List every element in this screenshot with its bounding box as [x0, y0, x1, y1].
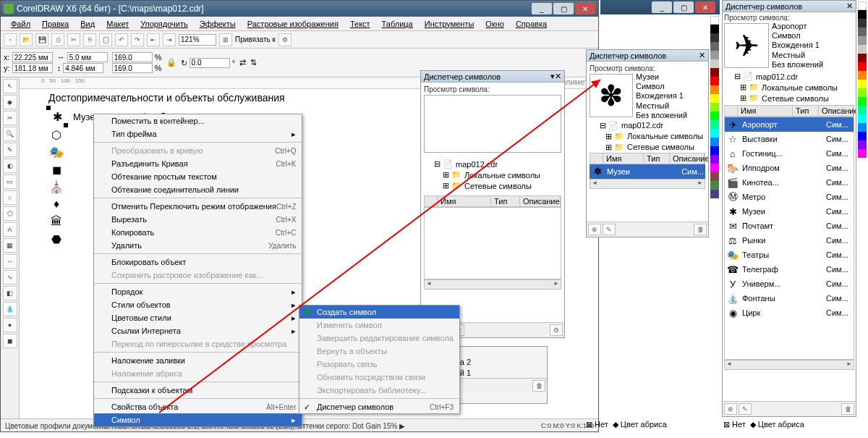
delete-icon[interactable]: 🗑: [841, 403, 854, 415]
mi-lock[interactable]: Блокировать объект: [94, 256, 302, 269]
freehand-tool-icon[interactable]: ✎: [3, 143, 17, 157]
mi-overprint-fill[interactable]: Наложение заливки: [94, 354, 302, 367]
mi-undo[interactable]: Отменить Переключить режим отображенияCt…: [94, 200, 302, 213]
menu-tools[interactable]: Инструменты: [420, 18, 479, 30]
mi-order[interactable]: Порядок▸: [94, 285, 302, 298]
snap-icon[interactable]: ⊞: [219, 33, 232, 46]
color-palette-2[interactable]: [710, 16, 719, 421]
menu-arrange[interactable]: Упорядочить: [136, 18, 192, 30]
fill-tool-icon[interactable]: ◼: [3, 334, 17, 348]
undo-icon[interactable]: ↶: [115, 33, 128, 46]
symbol-row[interactable]: 🎬Кинотеа...Сим...: [725, 175, 854, 190]
symbol-row-selected[interactable]: ✽ Музеи Сим...: [590, 164, 705, 179]
close-button[interactable]: ✕: [575, 3, 595, 14]
menu-text[interactable]: Текст: [346, 18, 375, 30]
height-input[interactable]: [63, 63, 103, 73]
export-icon[interactable]: ⇥: [163, 33, 176, 46]
mi-internet-links[interactable]: Ссылки Интернета▸: [94, 324, 302, 337]
mirror-v-icon[interactable]: ⇅: [250, 58, 257, 67]
scrollbar[interactable]: [724, 360, 854, 370]
copy-icon[interactable]: ⎘: [83, 33, 96, 46]
redo-icon[interactable]: ↷: [131, 33, 144, 46]
dimension-tool-icon[interactable]: ↔: [3, 254, 17, 269]
zoom-input[interactable]: [179, 34, 216, 46]
mi-wrap-connector[interactable]: Обтекание соединительной линии: [94, 183, 302, 196]
options-icon[interactable]: ⚙: [550, 324, 563, 336]
symbol-icon[interactable]: ✱: [49, 109, 65, 125]
mi-object-styles[interactable]: Стили объектов▸: [94, 298, 302, 311]
symbol-row[interactable]: ◉ЦиркСим...: [725, 306, 854, 320]
menu-edit[interactable]: Правка: [38, 18, 73, 30]
width-input[interactable]: [67, 52, 108, 62]
menu-layout[interactable]: Макет: [102, 18, 133, 30]
import-icon[interactable]: ⇤: [147, 33, 160, 46]
rect-tool-icon[interactable]: ▭: [3, 174, 17, 189]
options-icon[interactable]: ⚙: [278, 33, 292, 46]
lock-ratio-icon[interactable]: 🔒: [166, 58, 176, 67]
symbol-tree[interactable]: ⊟ 📄 map012.cdr ⊞ 📁 Локальные символы ⊞ 📁…: [424, 159, 561, 191]
mi-symbol-manager[interactable]: ✓Диспетчер символовCtrl+F3: [299, 400, 459, 413]
mi-object-hints[interactable]: Подсказки к объектам: [94, 384, 302, 397]
minimize-button[interactable]: _: [532, 3, 552, 14]
symbol-row[interactable]: ⚖РынкиСим...: [725, 233, 854, 248]
save-icon[interactable]: 💾: [35, 33, 48, 46]
menu-effects[interactable]: Эффекты: [195, 18, 240, 30]
mi-color-styles[interactable]: Цветовые стили▸: [94, 311, 302, 324]
connector-tool-icon[interactable]: ∿: [3, 270, 17, 285]
snap-label[interactable]: Привязать к: [235, 35, 276, 43]
mi-frame-type[interactable]: Тип фрейма▸: [94, 127, 302, 140]
smart-fill-icon[interactable]: ◐: [3, 159, 17, 173]
crop-tool-icon[interactable]: ✂: [3, 111, 17, 125]
symbol-list[interactable]: ✈АэропортСим...☆ВыставкиСим...⌂Гостиниц.…: [724, 117, 854, 360]
docker-close-icon[interactable]: ✕: [846, 1, 853, 11]
mi-wrap-text[interactable]: Обтекание простым текстом: [94, 170, 302, 183]
scrollbar[interactable]: [424, 279, 561, 290]
symbol-row[interactable]: ✈АэропортСим...: [725, 117, 854, 132]
symbol-row[interactable]: ☆ВыставкиСим...: [725, 132, 854, 146]
mi-break-apart[interactable]: Разъединить КриваяCtrl+K: [94, 157, 302, 170]
maximize-button[interactable]: ▢: [553, 3, 574, 14]
pick-tool-icon[interactable]: ↖: [3, 79, 17, 93]
polygon-tool-icon[interactable]: ⬠: [3, 206, 17, 221]
mi-copy[interactable]: КопироватьCtrl+C: [94, 226, 302, 239]
paste-icon[interactable]: 📋: [99, 33, 112, 46]
menu-bitmaps[interactable]: Растровые изображения: [243, 18, 343, 30]
symbol-tree[interactable]: ⊟ 📄 map012.cdr ⊞ 📁 Локальные символы ⊞ 📁…: [590, 120, 705, 153]
color-palette-3[interactable]: [858, 1, 867, 421]
mi-symbol[interactable]: Символ▸: [94, 413, 302, 426]
scale-y-input[interactable]: [112, 63, 153, 73]
y-input[interactable]: [12, 63, 53, 73]
menu-file[interactable]: Файл: [7, 18, 35, 30]
delete-icon[interactable]: 🗑: [532, 380, 545, 392]
mi-cut[interactable]: ВырезатьCtrl+X: [94, 213, 302, 226]
symbol-row[interactable]: 🐎ИпподромСим...: [725, 161, 854, 175]
mi-powerclip[interactable]: Поместить в контейнер...: [94, 114, 302, 127]
mi-new-symbol[interactable]: ✚Создать символ: [299, 306, 459, 319]
cut-icon[interactable]: ✂: [67, 33, 80, 46]
symbol-row[interactable]: ☎ТелеграфСим...: [725, 262, 854, 277]
scale-x-input[interactable]: [112, 52, 153, 62]
symbol-row[interactable]: ⌂Гостиниц...Сим...: [725, 146, 854, 161]
symbol-row[interactable]: ✉ПочтамтСим...: [725, 219, 854, 233]
symbol-row[interactable]: ✱МузеиСим...: [725, 204, 854, 219]
effects-tool-icon[interactable]: ◧: [3, 286, 17, 300]
menu-window[interactable]: Окно: [481, 18, 509, 30]
menu-table[interactable]: Таблица: [378, 18, 417, 30]
mi-delete[interactable]: УдалитьУдалить: [94, 239, 302, 252]
print-icon[interactable]: ⎙: [51, 33, 64, 46]
menu-view[interactable]: Вид: [76, 18, 99, 30]
open-icon[interactable]: 📂: [20, 33, 33, 46]
table-tool-icon[interactable]: ▦: [3, 238, 17, 253]
ellipse-tool-icon[interactable]: ○: [3, 190, 17, 205]
mi-properties[interactable]: Свойства объектаAlt+Enter: [94, 400, 302, 413]
zoom-tool-icon[interactable]: 🔍: [3, 127, 17, 141]
delete-icon[interactable]: 🗑: [694, 224, 707, 235]
x-input[interactable]: [12, 52, 53, 62]
rotation-input[interactable]: [190, 58, 230, 68]
text-tool-icon[interactable]: A: [3, 222, 17, 237]
insert-icon[interactable]: ⊕: [724, 403, 737, 415]
maximize-button[interactable]: ▢: [673, 1, 694, 13]
new-icon[interactable]: ▫: [4, 33, 17, 46]
symbol-row[interactable]: ⓂМетроСим...: [725, 190, 854, 204]
edit-icon[interactable]: ✎: [603, 224, 616, 235]
